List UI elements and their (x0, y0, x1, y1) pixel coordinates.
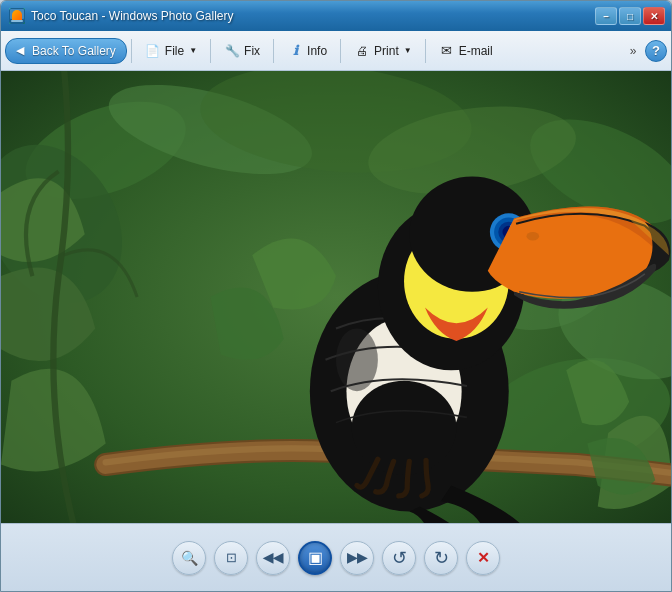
file-menu-button[interactable]: File ▼ (136, 36, 206, 66)
svg-point-17 (352, 381, 457, 475)
separator-3 (273, 39, 274, 63)
minimize-button[interactable]: – (595, 7, 617, 25)
previous-icon: ◀◀ (263, 550, 283, 565)
file-label: File (165, 44, 184, 58)
photo-area (1, 71, 671, 523)
delete-icon: ✕ (477, 549, 490, 567)
svg-point-3 (15, 12, 19, 16)
print-dropdown-arrow: ▼ (404, 46, 412, 55)
delete-button[interactable]: ✕ (466, 541, 500, 575)
print-menu-button[interactable]: Print ▼ (345, 36, 421, 66)
back-label: Back To Gallery (32, 44, 116, 58)
svg-point-28 (336, 328, 378, 391)
print-icon (354, 43, 370, 59)
overflow-button[interactable]: » (623, 37, 643, 65)
file-dropdown-arrow: ▼ (189, 46, 197, 55)
toolbar-overflow: » ? (623, 37, 667, 65)
fit-icon: ⊡ (226, 550, 237, 565)
title-bar: Toco Toucan - Windows Photo Gallery – □ … (1, 1, 671, 31)
photo-canvas (1, 71, 671, 523)
separator-1 (131, 39, 132, 63)
fix-label: Fix (244, 44, 260, 58)
window-title: Toco Toucan - Windows Photo Gallery (31, 9, 234, 23)
zoom-in-button[interactable]: 🔍 (172, 541, 206, 575)
separator-4 (340, 39, 341, 63)
slideshow-icon: ▣ (308, 548, 323, 567)
close-button[interactable]: ✕ (643, 7, 665, 25)
overflow-label: » (630, 44, 637, 58)
fit-window-button[interactable]: ⊡ (214, 541, 248, 575)
rotate-cw-button[interactable]: ↻ (424, 541, 458, 575)
title-controls: – □ ✕ (595, 7, 665, 25)
svg-point-2 (14, 11, 20, 17)
previous-button[interactable]: ◀◀ (256, 541, 290, 575)
help-label: ? (652, 43, 660, 58)
zoom-in-icon: 🔍 (181, 550, 198, 566)
app-icon (9, 8, 25, 24)
toolbar: Back To Gallery File ▼ Fix Info Print ▼ (1, 31, 671, 71)
back-to-gallery-button[interactable]: Back To Gallery (5, 38, 127, 64)
svg-rect-4 (11, 20, 23, 22)
slideshow-button[interactable]: ▣ (298, 541, 332, 575)
separator-2 (210, 39, 211, 63)
print-label: Print (374, 44, 399, 58)
svg-point-27 (527, 232, 540, 240)
rotate-cw-icon: ↻ (434, 547, 449, 569)
email-label: E-mail (459, 44, 493, 58)
info-button[interactable]: Info (278, 36, 336, 66)
next-button[interactable]: ▶▶ (340, 541, 374, 575)
back-icon (12, 43, 28, 59)
email-icon (439, 43, 455, 59)
maximize-button[interactable]: □ (619, 7, 641, 25)
info-icon (287, 43, 303, 59)
file-icon (145, 43, 161, 59)
rotate-ccw-button[interactable]: ↺ (382, 541, 416, 575)
email-button[interactable]: E-mail (430, 36, 502, 66)
help-button[interactable]: ? (645, 40, 667, 62)
svg-rect-1 (10, 9, 24, 19)
fix-icon (224, 43, 240, 59)
next-icon: ▶▶ (347, 550, 367, 565)
separator-5 (425, 39, 426, 63)
bottom-controls-bar: 🔍 ⊡ ◀◀ ▣ ▶▶ ↺ ↻ ✕ (1, 523, 671, 591)
rotate-ccw-icon: ↺ (392, 547, 407, 569)
main-window: Toco Toucan - Windows Photo Gallery – □ … (0, 0, 672, 592)
title-bar-left: Toco Toucan - Windows Photo Gallery (9, 8, 234, 24)
fix-button[interactable]: Fix (215, 36, 269, 66)
info-label: Info (307, 44, 327, 58)
